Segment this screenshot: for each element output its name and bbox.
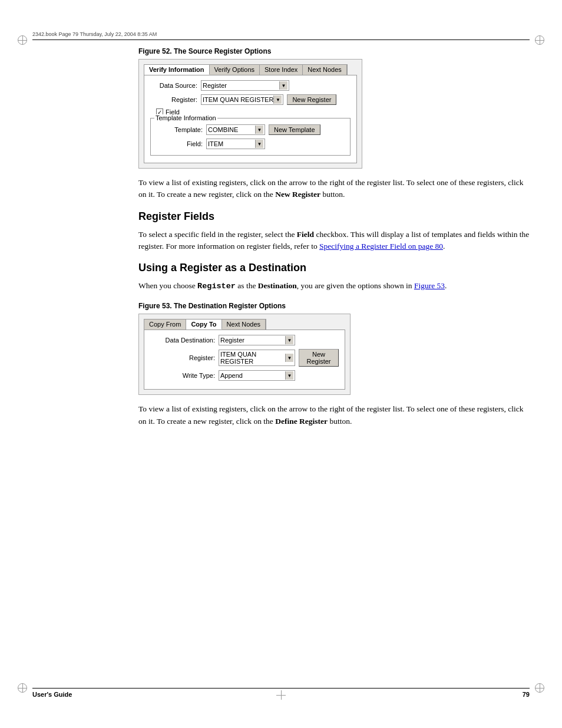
figure52-tabbar: Verify Information Verify Options Store … [144,64,348,75]
register-arrow[interactable]: ▼ [273,95,282,104]
data-source-select[interactable]: Register ▼ [201,80,289,91]
figure53-link[interactable]: Figure 53 [414,281,445,290]
figure53-caption: Figure 53. The Destination Register Opti… [138,302,530,310]
template-value: COMBINE [208,126,255,133]
header-meta: 2342.book Page 79 Thursday, July 22, 200… [32,31,157,37]
figure53-tabbar: Copy From Copy To Next Nodes [144,319,266,330]
dest-new-register-btn[interactable]: New Register [299,349,339,367]
field-value: ITEM [208,140,255,147]
para1: To view a list of existing registers, cl… [138,177,530,201]
data-dest-value: Register [220,337,285,344]
data-dest-arrow[interactable]: ▼ [285,336,293,344]
register-value: ITEM QUAN REGISTER [203,96,273,103]
figure53-dialog-body: Data Destination: Register ▼ Register: I… [144,330,345,390]
template-label: Template: [156,126,203,133]
data-source-row: Data Source: Register ▼ [150,80,351,91]
para4: To view a list of existing registers, cl… [138,403,530,427]
dest-register-select[interactable]: ITEM QUAN REGISTER ▼ [219,350,295,366]
crosshair-tr [535,35,544,45]
write-type-value: Append [220,372,285,379]
crosshair-tl [18,35,27,45]
tab-verify-options[interactable]: Verify Options [210,65,260,75]
tab-next-nodes[interactable]: Next Nodes [303,65,346,75]
figure52-dialog-body: Data Source: Register ▼ Register: ITEM Q… [144,75,357,163]
data-dest-row: Data Destination: Register ▼ [150,335,339,345]
data-dest-label: Data Destination: [150,337,215,344]
new-register-bold: New Register [275,190,320,199]
dest-register-arrow[interactable]: ▼ [285,354,293,362]
bottom-center-crosshair [276,690,286,700]
para3: When you choose Register as the Destinat… [138,280,530,292]
footer-left: User's Guide [32,691,72,698]
data-dest-select[interactable]: Register ▼ [219,335,295,345]
register-label: Register: [150,96,197,103]
figure53-screenshot: Copy From Copy To Next Nodes Data Destin… [138,314,351,395]
field-arrow[interactable]: ▼ [255,140,263,148]
dest-register-label: Register: [150,354,215,361]
write-type-select[interactable]: Append ▼ [219,370,295,381]
destination-bold: Destination [258,281,297,290]
dest-register-value: ITEM QUAN REGISTER [220,351,285,365]
register-field-link[interactable]: Specifying a Register Field on page 80 [319,242,443,251]
write-type-row: Write Type: Append ▼ [150,370,339,381]
new-register-btn[interactable]: New Register [287,94,336,105]
write-type-arrow[interactable]: ▼ [285,371,293,380]
template-row: Template: COMBINE ▼ New Template [156,124,345,135]
content-area: Figure 52. The Source Register Options V… [32,47,530,681]
new-template-btn[interactable]: New Template [269,124,320,135]
section-heading-destination: Using a Register as a Destination [138,262,530,274]
section-heading-register-fields: Register Fields [138,210,530,223]
template-select[interactable]: COMBINE ▼ [206,124,265,135]
figure52-caption: Figure 52. The Source Register Options [138,47,530,55]
write-type-label: Write Type: [150,372,215,379]
field-label: Field: [156,140,203,147]
data-source-arrow[interactable]: ▼ [279,81,287,90]
figure52-screenshot: Verify Information Verify Options Store … [138,59,362,169]
field-row: Field: ITEM ▼ [156,139,345,149]
template-arrow[interactable]: ▼ [255,126,263,134]
field-select[interactable]: ITEM ▼ [206,139,265,149]
footer-right: 79 [523,691,530,698]
data-source-value: Register [203,82,279,89]
data-source-label: Data Source: [150,82,197,89]
tab53-next-nodes[interactable]: Next Nodes [222,319,266,330]
tab-copy-to[interactable]: Copy To [186,319,222,330]
register-code: Register [197,282,236,291]
tab-verify-information[interactable]: Verify Information [144,65,210,75]
crosshair-bl [18,683,27,693]
crosshair-br [535,683,544,693]
page-header: 2342.book Page 79 Thursday, July 22, 200… [32,28,530,40]
field-bold: Field [297,230,314,239]
tab-copy-from[interactable]: Copy From [144,319,186,330]
register-row: Register: ITEM QUAN REGISTER ▼ New Regis… [150,94,351,105]
dest-register-row: Register: ITEM QUAN REGISTER ▼ New Regis… [150,349,339,367]
template-information-group: Template Information Template: COMBINE ▼… [150,118,351,156]
template-group-label: Template Information [154,114,217,121]
define-register-bold: Define Register [275,417,328,426]
tab-store-index[interactable]: Store Index [260,65,303,75]
register-select[interactable]: ITEM QUAN REGISTER ▼ [201,94,283,105]
para2: To select a specific field in the regist… [138,229,530,253]
